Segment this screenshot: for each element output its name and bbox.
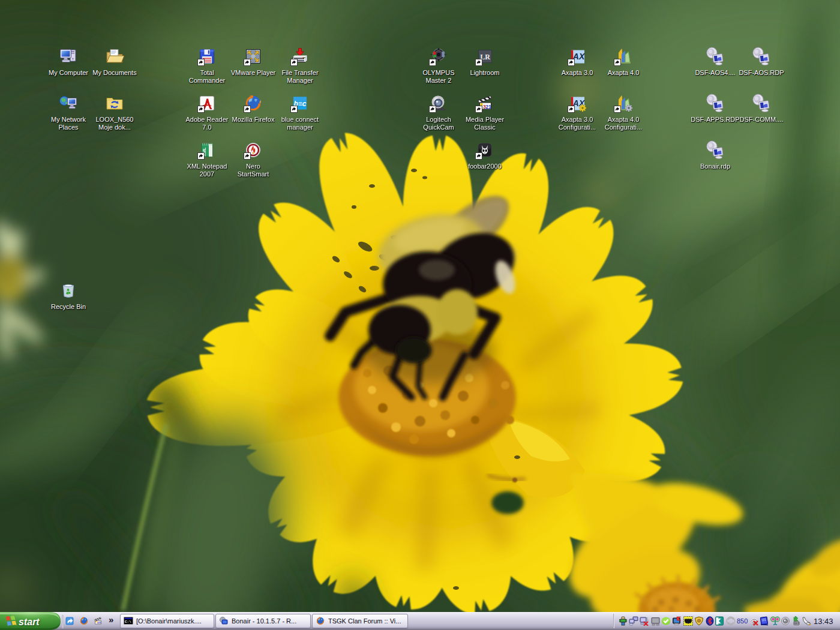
svg-text:start: start [19,617,40,627]
svg-text:C:\: C:\ [125,620,131,624]
